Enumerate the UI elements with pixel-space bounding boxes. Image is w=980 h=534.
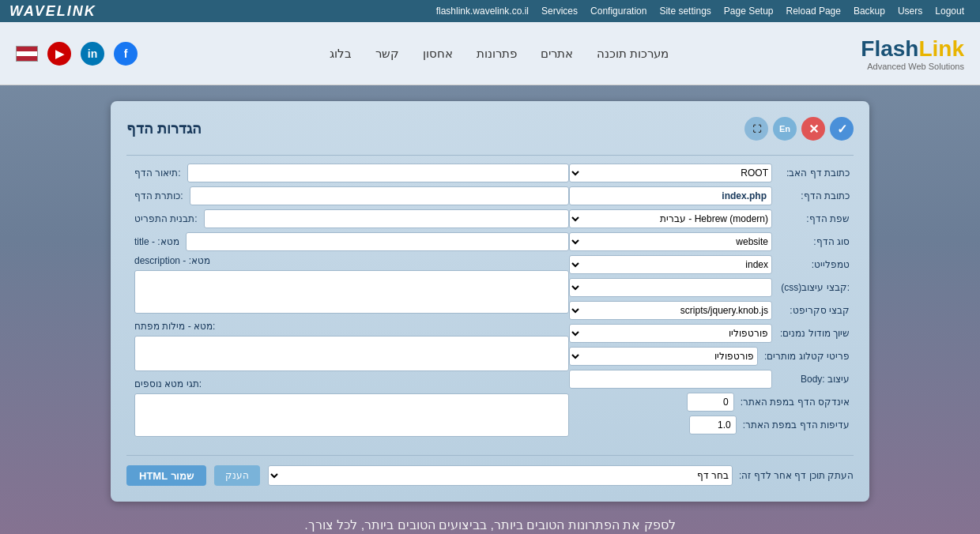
- meta-keywords-row: מטא - מילות מפתח:: [134, 321, 569, 332]
- index-row: אינדקס הדף במפת האתר:: [569, 393, 850, 412]
- main-nav: ▶ in f מערכות תוכנה אתרים פתרונות אחסון …: [0, 22, 980, 85]
- panel-bottom: העתק תוכן דף אחר לדף זה: בחר דף הענק שמו…: [126, 455, 854, 486]
- meta-desc-textarea[interactable]: [134, 270, 569, 314]
- next-page-row: כתובת דף האב: ROOT: [569, 164, 850, 182]
- confirm-button[interactable]: ✓: [830, 117, 854, 141]
- content-label: כותרת הדף:: [134, 190, 183, 201]
- menu-contact[interactable]: קשר: [375, 47, 399, 61]
- logo-link: Link: [918, 36, 964, 61]
- template-right-select[interactable]: index: [569, 255, 772, 274]
- css-select[interactable]: [569, 278, 772, 297]
- language-button[interactable]: En: [773, 117, 797, 141]
- top-nav-services[interactable]: Services: [535, 6, 584, 17]
- template-label: תבנית התפריט:: [134, 213, 198, 224]
- logo: FlashLink: [861, 36, 964, 62]
- top-nav-backup[interactable]: Backup: [847, 6, 891, 17]
- catalog-select[interactable]: פורטפוליו: [569, 347, 758, 366]
- linkedin-icon[interactable]: in: [81, 42, 104, 66]
- close-button[interactable]: ✕: [801, 117, 825, 141]
- next-page-label: כתובת דף האב:: [778, 167, 850, 179]
- meta-title-label: title - :מטא: [134, 236, 179, 247]
- meta-desc-label-row: description - :מטא: [134, 255, 569, 266]
- left-section: תיאור הדף: כותרת הדף: תבנית התפריט: titl…: [126, 164, 569, 444]
- description-row: תיאור הדף:: [134, 164, 569, 182]
- panel-divider: [126, 155, 854, 156]
- extra-meta-area-row: [134, 393, 569, 440]
- template-input[interactable]: [204, 209, 569, 228]
- menu-solutions[interactable]: פתרונות: [477, 47, 517, 61]
- index-label: אינדקס הדף במפת האתר:: [741, 397, 850, 408]
- page-type-select[interactable]: website: [569, 232, 772, 251]
- expand-button[interactable]: ⛶: [744, 117, 768, 141]
- paste-button[interactable]: הענק: [214, 465, 260, 486]
- page-language-row: שפת הדף: Hebrew (modern) - עברית: [569, 209, 850, 228]
- panel-actions: ✓ ✕ En ⛶: [744, 117, 854, 141]
- description-input[interactable]: [187, 164, 569, 182]
- body-label: עיצוב :Body: [778, 374, 850, 385]
- menu-software[interactable]: מערכות תוכנה: [597, 47, 669, 61]
- page-address-label: כתובת הדף:: [778, 190, 850, 201]
- copy-page-select[interactable]: בחר דף: [268, 465, 733, 486]
- menu-blog[interactable]: בלוג: [330, 47, 352, 61]
- top-nav-logout[interactable]: Logout: [929, 6, 971, 17]
- top-nav-reload[interactable]: Reload Page: [780, 6, 847, 17]
- css-row: :קבצי עיצוב(css): [569, 278, 850, 297]
- meta-title-input[interactable]: [186, 232, 569, 251]
- settings-panel: ✓ ✕ En ⛶ הגדרות הדף תיאור הדף: כותרת הדף…: [111, 101, 869, 502]
- template-row: תבנית התפריט:: [134, 209, 569, 228]
- youtube-icon[interactable]: ▶: [47, 42, 71, 66]
- scripts-select[interactable]: scripts/jquery.knob.js: [569, 301, 772, 320]
- top-nav-page-setup[interactable]: Page Setup: [718, 6, 780, 17]
- page-address-input[interactable]: [569, 186, 772, 205]
- module-select[interactable]: פורטפוליו: [569, 324, 772, 343]
- extra-meta-label: תגי מטא נוספים:: [134, 378, 202, 389]
- logo-area: FlashLink Advanced Web Solutions: [861, 36, 964, 71]
- content-row: כותרת הדף:: [134, 186, 569, 205]
- copy-section: העתק תוכן דף אחר לדף זה: בחר דף: [268, 465, 854, 486]
- meta-keywords-textarea[interactable]: [134, 336, 569, 371]
- css-label: :קבצי עיצוב(css): [778, 282, 850, 293]
- facebook-icon[interactable]: f: [114, 42, 138, 66]
- flag-icon: [16, 46, 38, 62]
- body-input[interactable]: [569, 370, 772, 389]
- logo-subtitle: Advanced Web Solutions: [861, 62, 964, 71]
- content-input[interactable]: [190, 186, 569, 205]
- brand-logo: WAVELINK: [9, 3, 96, 20]
- top-nav: flashlink.wavelink.co.il Services Config…: [430, 6, 971, 17]
- footer-tagline: לספק את הפתרונות הטובים ביותר, בביצועים …: [32, 502, 948, 534]
- menu-sites[interactable]: אתרים: [541, 47, 573, 61]
- template-right-row: טמפלייט: index: [569, 255, 850, 274]
- meta-keywords-label: מטא - מילות מפתח:: [134, 321, 215, 332]
- top-nav-domain[interactable]: flashlink.wavelink.co.il: [430, 6, 535, 17]
- top-nav-configuration[interactable]: Configuration: [584, 6, 653, 17]
- module-row: שיוך מודול נמנים: פורטפוליו: [569, 324, 850, 343]
- page-type-row: סוג הדף: website: [569, 232, 850, 251]
- form-columns: תיאור הדף: כותרת הדף: תבנית התפריט: titl…: [126, 164, 854, 444]
- social-icons: ▶ in f: [16, 42, 138, 66]
- scripts-label: קבצי סקריפט:: [778, 305, 850, 316]
- catalog-label: פריטי קטלוג מותרים:: [764, 351, 850, 362]
- page-language-label: שפת הדף:: [778, 213, 850, 224]
- priority-input[interactable]: [689, 416, 737, 434]
- scripts-row: קבצי סקריפט: scripts/jquery.knob.js: [569, 301, 850, 320]
- top-nav-users[interactable]: Users: [891, 6, 929, 17]
- body-row: עיצוב :Body: [569, 370, 850, 389]
- next-page-select[interactable]: ROOT: [569, 164, 772, 182]
- meta-desc-row: [134, 270, 569, 317]
- page-address-row: כתובת הדף:: [569, 186, 850, 205]
- priority-row: עדיפות הדף במפת האתר:: [569, 416, 850, 434]
- page-language-select[interactable]: Hebrew (modern) - עברית: [569, 209, 772, 228]
- extra-meta-textarea[interactable]: [134, 393, 569, 437]
- index-input[interactable]: [687, 393, 734, 412]
- module-label: שיוך מודול נמנים:: [778, 328, 850, 339]
- save-html-button[interactable]: שמור HTML: [126, 465, 206, 486]
- top-nav-site-settings[interactable]: Site settings: [653, 6, 717, 17]
- template-right-label: טמפלייט:: [778, 259, 850, 270]
- priority-label: עדיפות הדף במפת האתר:: [743, 419, 850, 431]
- menu-hosting[interactable]: אחסון: [423, 47, 453, 61]
- catalog-row: פריטי קטלוג מותרים: פורטפוליו: [569, 347, 850, 366]
- description-label: תיאור הדף:: [134, 167, 181, 179]
- panel-header: ✓ ✕ En ⛶ הגדרות הדף: [126, 117, 854, 141]
- logo-flash: Flash: [861, 36, 918, 61]
- main-menu: מערכות תוכנה אתרים פתרונות אחסון קשר בלו…: [330, 47, 669, 61]
